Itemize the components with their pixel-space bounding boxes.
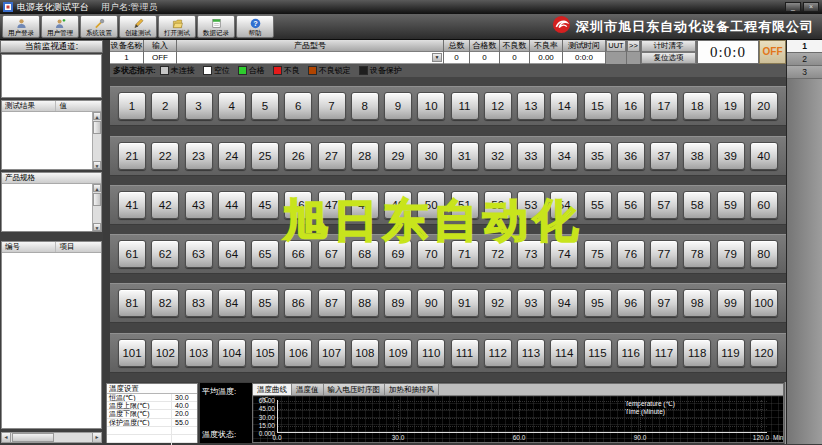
channel-button-104[interactable]: 104 — [218, 339, 246, 367]
channel-button-61[interactable]: 61 — [118, 240, 146, 268]
channel-button-107[interactable]: 107 — [318, 339, 346, 367]
scroll-up-icon[interactable]: ▲ — [93, 184, 101, 192]
channel-button-27[interactable]: 27 — [318, 142, 346, 170]
channel-button-52[interactable]: 52 — [484, 191, 512, 219]
uut-button[interactable]: UUT — [606, 40, 626, 52]
reset-option-button[interactable]: 复位选项 — [641, 52, 696, 64]
channel-button-79[interactable]: 79 — [717, 240, 745, 268]
channel-button-116[interactable]: 116 — [617, 339, 645, 367]
toolbar-button-user-login[interactable]: 用户登录 — [2, 15, 40, 38]
chart-tab-加热和抽排风[interactable]: 加热和抽排风 — [385, 384, 439, 395]
channel-button-12[interactable]: 12 — [484, 92, 512, 120]
channel-button-109[interactable]: 109 — [384, 339, 412, 367]
channel-button-32[interactable]: 32 — [484, 142, 512, 170]
left-panel-hscrollbar[interactable]: ◄ ► — [1, 432, 102, 443]
channel-button-81[interactable]: 81 — [118, 289, 146, 317]
channel-button-98[interactable]: 98 — [683, 289, 711, 317]
channel-button-76[interactable]: 76 — [617, 240, 645, 268]
chart-tab-输入电压时序图[interactable]: 输入电压时序图 — [324, 384, 386, 395]
power-off-button[interactable]: OFF — [759, 40, 786, 64]
channel-button-18[interactable]: 18 — [683, 92, 711, 120]
channel-button-106[interactable]: 106 — [284, 339, 312, 367]
channel-button-112[interactable]: 112 — [484, 339, 512, 367]
close-button[interactable]: × — [803, 2, 819, 12]
channel-button-117[interactable]: 117 — [650, 339, 678, 367]
channel-button-37[interactable]: 37 — [650, 142, 678, 170]
channel-button-94[interactable]: 94 — [550, 289, 578, 317]
product-spec-scrollbar[interactable]: ▲ ▼ — [92, 184, 101, 231]
scroll-thumb[interactable] — [93, 193, 101, 206]
channel-button-114[interactable]: 114 — [550, 339, 578, 367]
channel-button-119[interactable]: 119 — [717, 339, 745, 367]
channel-button-49[interactable]: 49 — [384, 191, 412, 219]
channel-button-46[interactable]: 46 — [284, 191, 312, 219]
channel-button-93[interactable]: 93 — [517, 289, 545, 317]
channel-button-58[interactable]: 58 — [683, 191, 711, 219]
channel-button-101[interactable]: 101 — [118, 339, 146, 367]
channel-button-7[interactable]: 7 — [318, 92, 346, 120]
toolbar-button-user-manage[interactable]: 用户管理 — [41, 15, 79, 38]
channel-button-86[interactable]: 86 — [284, 289, 312, 317]
chevron-down-icon[interactable]: ▼ — [432, 53, 442, 62]
channel-button-4[interactable]: 4 — [218, 92, 246, 120]
channel-button-30[interactable]: 30 — [417, 142, 445, 170]
channel-button-2[interactable]: 2 — [151, 92, 179, 120]
channel-button-34[interactable]: 34 — [550, 142, 578, 170]
channel-button-20[interactable]: 20 — [750, 92, 778, 120]
channel-button-69[interactable]: 69 — [384, 240, 412, 268]
scroll-down-icon[interactable]: ▼ — [93, 161, 101, 169]
expand-button[interactable]: >> — [627, 40, 640, 52]
toolbar-button-create-test[interactable]: 创建测试 — [119, 15, 157, 38]
channel-button-99[interactable]: 99 — [717, 289, 745, 317]
channel-button-100[interactable]: 100 — [750, 289, 778, 317]
channel-button-84[interactable]: 84 — [218, 289, 246, 317]
channel-button-68[interactable]: 68 — [351, 240, 379, 268]
channel-button-23[interactable]: 23 — [185, 142, 213, 170]
channel-button-67[interactable]: 67 — [318, 240, 346, 268]
scroll-right-icon[interactable]: ► — [92, 433, 101, 442]
channel-button-63[interactable]: 63 — [185, 240, 213, 268]
channel-button-3[interactable]: 3 — [185, 92, 213, 120]
channel-button-24[interactable]: 24 — [218, 142, 246, 170]
channel-button-105[interactable]: 105 — [251, 339, 279, 367]
monitor-channel-listbox[interactable] — [1, 54, 102, 98]
test-result-scrollbar[interactable]: ▲ ▼ — [92, 112, 101, 169]
product-spec-list[interactable]: ▲ ▼ — [2, 184, 101, 231]
channel-button-72[interactable]: 72 — [484, 240, 512, 268]
channel-button-87[interactable]: 87 — [318, 289, 346, 317]
channel-button-39[interactable]: 39 — [717, 142, 745, 170]
channel-button-57[interactable]: 57 — [650, 191, 678, 219]
channel-button-13[interactable]: 13 — [517, 92, 545, 120]
channel-button-36[interactable]: 36 — [617, 142, 645, 170]
channel-button-80[interactable]: 80 — [750, 240, 778, 268]
channel-button-64[interactable]: 64 — [218, 240, 246, 268]
channel-button-47[interactable]: 47 — [318, 191, 346, 219]
scroll-up-icon[interactable]: ▲ — [93, 112, 101, 120]
channel-button-96[interactable]: 96 — [617, 289, 645, 317]
channel-button-8[interactable]: 8 — [351, 92, 379, 120]
channel-button-71[interactable]: 71 — [451, 240, 479, 268]
channel-button-25[interactable]: 25 — [251, 142, 279, 170]
channel-button-9[interactable]: 9 — [384, 92, 412, 120]
scroll-down-icon[interactable]: ▼ — [93, 223, 101, 231]
channel-button-91[interactable]: 91 — [451, 289, 479, 317]
toolbar-button-system-settings[interactable]: 系统设置 — [80, 15, 118, 38]
channel-button-54[interactable]: 54 — [550, 191, 578, 219]
channel-button-44[interactable]: 44 — [218, 191, 246, 219]
channel-button-1[interactable]: 1 — [118, 92, 146, 120]
channel-button-95[interactable]: 95 — [584, 289, 612, 317]
toolbar-button-help[interactable]: ?帮助 — [236, 15, 274, 38]
channel-button-10[interactable]: 10 — [417, 92, 445, 120]
channel-button-22[interactable]: 22 — [151, 142, 179, 170]
channel-button-73[interactable]: 73 — [517, 240, 545, 268]
channel-button-11[interactable]: 11 — [451, 92, 479, 120]
scroll-left-icon[interactable]: ◄ — [2, 433, 11, 442]
chart-tab-温度值[interactable]: 温度值 — [292, 384, 324, 395]
chart-tab-温度曲线[interactable]: 温度曲线 — [253, 384, 292, 395]
channel-button-108[interactable]: 108 — [351, 339, 379, 367]
channel-button-45[interactable]: 45 — [251, 191, 279, 219]
channel-button-89[interactable]: 89 — [384, 289, 412, 317]
channel-button-60[interactable]: 60 — [750, 191, 778, 219]
channel-button-43[interactable]: 43 — [185, 191, 213, 219]
channel-button-53[interactable]: 53 — [517, 191, 545, 219]
